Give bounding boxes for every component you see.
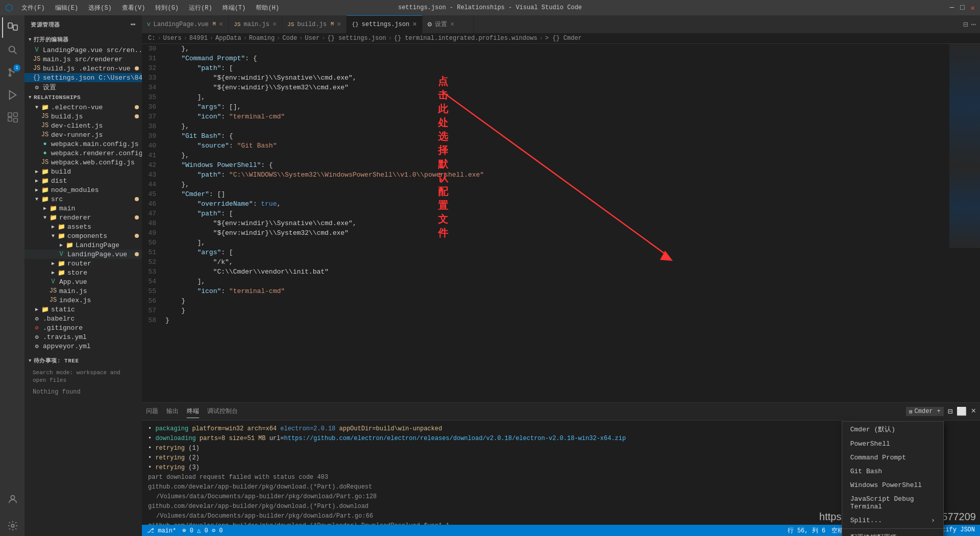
menu-select[interactable]: 选择(S)	[84, 3, 116, 13]
window-controls[interactable]: ─ □ ✕	[950, 4, 975, 12]
breadcrumb-users[interactable]: Users	[163, 35, 182, 42]
tree-index-js[interactable]: JS index.js	[24, 296, 142, 305]
status-errors[interactable]: ⊗ 0 △ 0 ⊘ 0	[182, 527, 223, 534]
tree-travis[interactable]: ⚙ .travis.yml	[24, 332, 142, 342]
tree-app-vue[interactable]: V App.vue	[24, 277, 142, 286]
activity-debug[interactable]	[2, 85, 22, 105]
editor-controls[interactable]: ⊟ ⋯	[963, 19, 980, 30]
status-branch[interactable]: ⎇ main*	[147, 527, 176, 534]
code-area[interactable]: }, "Command Prompt": { "path": [ "${env:…	[161, 44, 949, 402]
menu-help[interactable]: 帮助(H)	[252, 3, 283, 13]
panel-right-controls[interactable]: ⊞ Cmder + Cmder (默认) PowerShell	[906, 406, 976, 417]
tree-webpack-web[interactable]: JS webpack.web.config.js	[24, 158, 142, 167]
new-terminal-plus[interactable]: +	[937, 408, 941, 415]
breadcrumb-appdata[interactable]: AppData	[215, 35, 241, 42]
minimize-button[interactable]: ─	[950, 4, 954, 12]
tab-gear[interactable]: ⚙ 设置 ×	[423, 15, 474, 33]
close-button[interactable]: ✕	[971, 4, 975, 12]
tree-store[interactable]: ▶ 📁 store	[24, 268, 142, 277]
tree-appveyor[interactable]: ⚙ appveyor.yml	[24, 342, 142, 351]
tree-main-js[interactable]: JS main.js	[24, 286, 142, 296]
tab-landing-close[interactable]: ×	[219, 20, 223, 29]
menu-terminal[interactable]: 终端(T)	[218, 3, 250, 13]
tree-main[interactable]: ▶ 📁 main	[24, 204, 142, 213]
tree-build-js[interactable]: JS build.js	[24, 112, 142, 121]
status-position[interactable]: 行 56, 列 6	[788, 526, 825, 535]
tab-landing[interactable]: V LandingPage.vue M ×	[142, 15, 229, 33]
sidebar-scroll[interactable]: ▼ 打开的编辑器 V LandingPage.vue src/ren... JS…	[24, 34, 142, 536]
tree-dev-runner[interactable]: JS dev-runner.js	[24, 130, 142, 139]
tree-static[interactable]: ▶ 📁 static	[24, 305, 142, 314]
breadcrumb-roaming[interactable]: Roaming	[249, 35, 275, 42]
menu-file[interactable]: 文件(F)	[17, 3, 49, 13]
tab-gear-close[interactable]: ×	[450, 20, 454, 29]
dropdown-powershell[interactable]: PowerShell	[842, 437, 943, 451]
tree-babelrc[interactable]: ⚙ .babelrc	[24, 314, 142, 323]
activity-settings[interactable]	[2, 516, 22, 536]
tab-main[interactable]: JS main.js ×	[229, 15, 282, 33]
panel-tab-output[interactable]: 输出	[166, 405, 179, 418]
breadcrumb-user[interactable]: User	[305, 35, 320, 42]
open-file-settings[interactable]: {} settings.json C:\Users\84991\A...	[24, 73, 142, 82]
tree-build-folder[interactable]: ▶ 📁 build	[24, 167, 142, 176]
tree-src[interactable]: ▼ 📁 src	[24, 194, 142, 204]
dropdown-split[interactable]: Split... ›	[842, 514, 943, 527]
tree-landingpage-vue[interactable]: V LandingPage.vue	[24, 250, 142, 259]
tree-dist[interactable]: ▶ 📁 dist	[24, 176, 142, 185]
breadcrumb-code[interactable]: Code	[282, 35, 297, 42]
relationships-section[interactable]: ▼ RELATIONSHIPS	[24, 92, 142, 103]
breadcrumb-cmder[interactable]: > {} Cmder	[545, 35, 582, 42]
activity-extensions[interactable]	[2, 107, 22, 128]
terminal-selector[interactable]: ⊞ Cmder +	[906, 407, 944, 416]
dropdown-git-bash[interactable]: Git Bash	[842, 465, 943, 478]
tab-build-close[interactable]: ×	[337, 20, 341, 29]
activity-account[interactable]	[2, 489, 22, 509]
tree-webpack-main[interactable]: ● webpack.main.config.js	[24, 139, 142, 149]
tree-node-modules[interactable]: ▶ 📁 node_modules	[24, 185, 142, 194]
tree-assets[interactable]: ▶ 📁 assets	[24, 222, 142, 231]
tree-components[interactable]: ▼ 📁 components	[24, 231, 142, 240]
menu-view[interactable]: 查看(V)	[118, 3, 150, 13]
open-editors-section[interactable]: ▼ 打开的编辑器	[24, 34, 142, 45]
title-bar-menu[interactable]: 文件(F) 编辑(E) 选择(S) 查看(V) 转到(G) 运行(R) 终端(T…	[17, 3, 283, 13]
activity-scm[interactable]: 1	[2, 62, 22, 83]
dropdown-command-prompt[interactable]: Command Prompt	[842, 451, 943, 465]
dropdown-js-debug[interactable]: JavaScript Debug Terminal	[842, 492, 943, 514]
breadcrumb-84991[interactable]: 84991	[189, 35, 208, 42]
panel-maximize-icon[interactable]: ⬜	[957, 406, 967, 417]
open-file-main[interactable]: JS main.js src/renderer	[24, 55, 142, 64]
panel-tab-debug[interactable]: 调试控制台	[207, 405, 238, 418]
menu-run[interactable]: 运行(R)	[185, 3, 216, 13]
panel-close-icon[interactable]: ×	[971, 407, 976, 416]
open-file-gear[interactable]: ⚙ 设置	[24, 82, 142, 92]
tree-gitignore[interactable]: ⊘ .gitignore	[24, 323, 142, 332]
breadcrumb-profiles[interactable]: {} terminal.integrated.profiles.windows	[394, 35, 537, 42]
open-file-build[interactable]: JS build.js .electron-vue	[24, 64, 142, 73]
tab-build[interactable]: JS build.js M ×	[282, 15, 347, 33]
tree-dev-client[interactable]: JS dev-client.js	[24, 121, 142, 130]
tree-webpack-renderer[interactable]: ● webpack.renderer.config.js	[24, 149, 142, 158]
tab-settings[interactable]: {} settings.json ×	[347, 15, 422, 33]
outline-section[interactable]: ▼ 待办事项: TREE	[24, 355, 142, 367]
maximize-button[interactable]: □	[960, 4, 964, 12]
dropdown-windows-powershell[interactable]: Windows PowerShell	[842, 478, 943, 492]
open-file-landing[interactable]: V LandingPage.vue src/ren...	[24, 45, 142, 55]
terminal-dropdown[interactable]: Cmder (默认) PowerShell Command Prompt Git…	[842, 421, 944, 536]
tab-main-close[interactable]: ×	[273, 20, 277, 29]
split-editor-icon[interactable]: ⊟	[963, 19, 968, 30]
more-actions-icon[interactable]: ⋯	[971, 19, 976, 30]
panel-tab-terminal[interactable]: 终端	[187, 405, 199, 418]
dropdown-cmder[interactable]: Cmder (默认)	[842, 422, 943, 437]
dropdown-configure[interactable]: 配置终端配置项...	[842, 530, 943, 536]
breadcrumb-c[interactable]: C:	[148, 35, 155, 42]
explorer-menu[interactable]: ⋯	[131, 19, 136, 30]
menu-edit[interactable]: 编辑(E)	[51, 3, 83, 13]
tree-electron-vue[interactable]: ▼ 📁 .electron-vue	[24, 103, 142, 112]
tree-renderer[interactable]: ▼ 📁 renderer	[24, 213, 142, 222]
terminal-selector-area[interactable]: ⊞ Cmder + Cmder (默认) PowerShell	[906, 407, 944, 416]
tree-landingpage-folder[interactable]: ▶ 📁 LandingPage	[24, 240, 142, 250]
panel-split-icon[interactable]: ⊟	[948, 406, 953, 417]
panel-tab-problems[interactable]: 问题	[146, 405, 158, 418]
menu-goto[interactable]: 转到(G)	[151, 3, 183, 13]
activity-explorer[interactable]	[2, 17, 22, 38]
